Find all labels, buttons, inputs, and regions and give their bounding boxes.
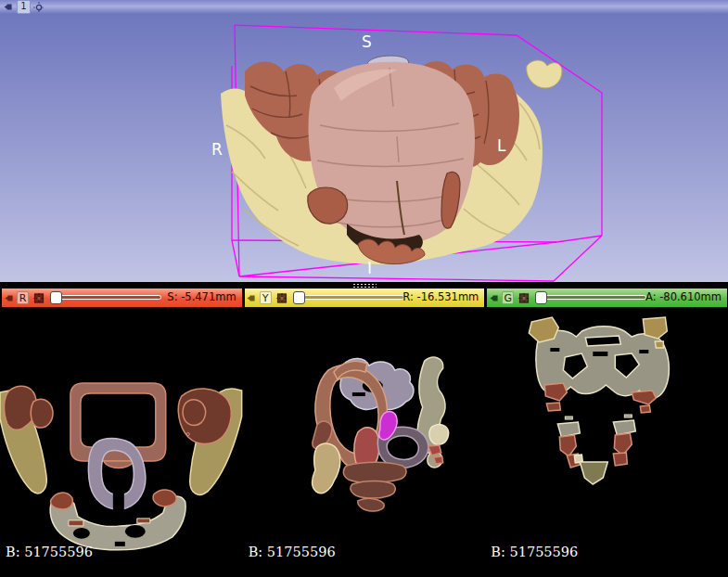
view3d-pane: 1 [0, 0, 728, 282]
yellow-slice-controller: Y R: -16.531mm [245, 288, 485, 307]
slice-visibility-icon[interactable] [518, 292, 530, 303]
pane-splitter[interactable] [0, 282, 728, 288]
center-view-icon[interactable] [33, 2, 45, 13]
pin-icon[interactable] [489, 292, 500, 303]
slicer-window: 1 [0, 0, 728, 577]
slice-visibility-icon[interactable] [276, 292, 287, 303]
slider-handle[interactable] [293, 291, 305, 304]
slider-handle[interactable] [535, 291, 547, 304]
slider-groove[interactable] [293, 295, 404, 300]
sagittal-labelmap [312, 357, 448, 511]
green-offset-value: A: -80.610mm [645, 290, 722, 303]
yellow-slice-canvas[interactable]: B: 51755596 [243, 307, 486, 577]
pin-icon[interactable] [3, 2, 14, 13]
slice-visibility-icon[interactable] [33, 292, 45, 303]
view3d-controller-bar: 1 [0, 0, 728, 14]
splitter-grip-icon[interactable] [352, 283, 377, 288]
slice-views-area: R S: -5.471mm [0, 288, 728, 577]
yellow-slice-offset-slider[interactable] [293, 291, 404, 304]
corner-annotation: B: 51755596 [6, 545, 93, 559]
green-view-label: G [502, 291, 514, 304]
green-slice-canvas[interactable]: B: 51755596 [485, 307, 728, 577]
orientation-label-right: R [211, 140, 223, 159]
green-slice-column: G A: -80.610mm [485, 288, 728, 577]
red-offset-value: S: -5.471mm [167, 290, 236, 303]
red-slice-controller: R S: -5.471mm [2, 288, 242, 307]
green-slice-offset-slider[interactable] [535, 291, 646, 304]
orientation-label-left: L [497, 136, 506, 155]
corner-annotation: B: 51755596 [249, 545, 336, 559]
red-view-label: R [17, 291, 29, 304]
green-slice-controller: G A: -80.610mm [487, 288, 727, 307]
red-slice-canvas[interactable]: B: 51755596 [0, 307, 243, 577]
orientation-label-superior: S [362, 32, 372, 51]
slider-handle[interactable] [50, 291, 62, 304]
pin-icon[interactable] [247, 292, 258, 303]
red-slice-column: R S: -5.471mm [0, 288, 243, 577]
pelvis-3d-model [221, 56, 562, 264]
coronal-labelmap [530, 317, 670, 484]
view3d-name-label: 1 [17, 0, 31, 14]
yellow-slice-column: Y R: -16.531mm [243, 288, 486, 577]
axial-labelmap [0, 383, 242, 550]
slider-groove[interactable] [50, 295, 161, 300]
orientation-label-inferior: I [367, 259, 372, 277]
corner-annotation: B: 51755596 [491, 545, 578, 559]
red-slice-offset-slider[interactable] [50, 291, 161, 304]
yellow-view-label: Y [260, 291, 272, 304]
pin-icon[interactable] [4, 292, 15, 303]
view3d-canvas[interactable]: S R L I [0, 14, 728, 282]
yellow-offset-value: R: -16.531mm [402, 290, 479, 303]
slider-groove[interactable] [535, 295, 646, 300]
